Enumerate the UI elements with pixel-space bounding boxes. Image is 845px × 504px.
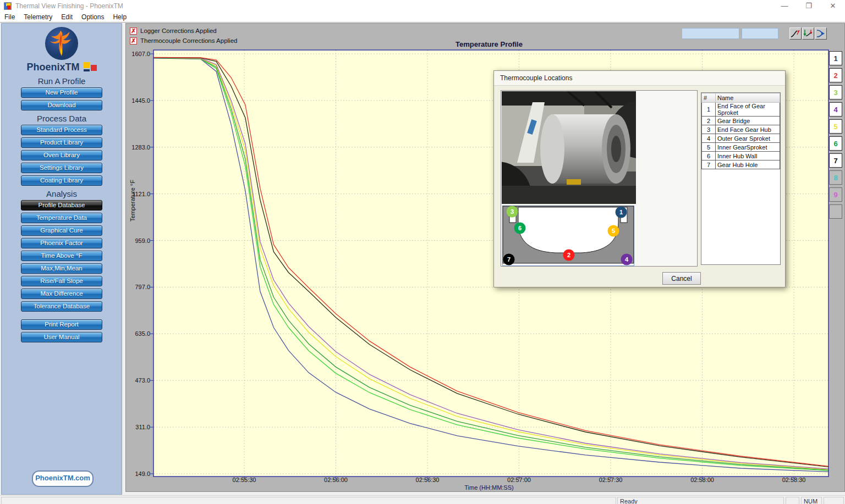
status-pane-scrl: [824, 497, 844, 504]
menu-item-options[interactable]: Options: [77, 13, 108, 21]
status-bar: Ready NUM: [0, 495, 845, 504]
peak-up-tool-button[interactable]: [789, 27, 802, 40]
phoenixtm-logo: [2, 26, 122, 63]
menu-item-telemetry[interactable]: Telemetry: [19, 13, 57, 21]
diagram-marker-4: 4: [621, 254, 633, 265]
y-tick-label: 473.0: [127, 377, 150, 384]
thermocouple-table: # Name 1End Face of Gear Sproket2Gear Br…: [701, 92, 781, 265]
channel-button-2[interactable]: 2: [829, 68, 842, 82]
channel-button-7[interactable]: 7: [829, 153, 842, 168]
sidebar-button-phoenix-factor[interactable]: Phoenix Factor: [21, 238, 102, 248]
sidebar-button-product-library[interactable]: Product Library: [21, 137, 102, 148]
x-axis-labels: 02:55:3002:56:0002:56:3002:57:0002:57:30…: [153, 477, 828, 484]
minimize-icon[interactable]: —: [772, 0, 797, 12]
sidebar-button-oven-library[interactable]: Oven Library: [21, 150, 102, 160]
thermocouple-diagram: 3165274: [502, 206, 634, 266]
sidebar-button-time-above-f[interactable]: Time Above °F: [21, 251, 102, 261]
brand-text: PhoenixTM: [26, 62, 79, 73]
sidebar-button-new-profile[interactable]: New Profile: [21, 87, 102, 98]
channel-button-3[interactable]: 3: [829, 85, 842, 99]
channel-legend-column: 123456789: [829, 51, 843, 221]
thermocouple-row-1[interactable]: 1End Face of Gear Sproket: [702, 103, 780, 117]
sidebar-button-temperature-data[interactable]: Temperature Data: [21, 213, 102, 223]
sidebar-button-print-report[interactable]: Print Report: [21, 319, 102, 330]
sidebar-button-tolerance-database[interactable]: Tolerance Database: [21, 301, 102, 312]
close-icon[interactable]: ✕: [821, 0, 845, 12]
x-tick-label: 02:58:00: [683, 477, 722, 483]
curve-right-tool-button[interactable]: [815, 27, 827, 40]
diagram-marker-2: 2: [563, 250, 575, 261]
x-tick-label: 02:56:00: [317, 477, 355, 483]
thermocouple-number: 1: [702, 103, 716, 117]
y-tick-label: 1445.0: [127, 97, 150, 104]
sidebar-button-graphical-cure[interactable]: Graphical Cure: [21, 225, 102, 236]
sidebar-button-rise-fall-slope[interactable]: Rise/Fall Slope: [21, 276, 102, 286]
channel-button-1[interactable]: 1: [829, 51, 842, 65]
status-num: NUM: [801, 497, 822, 504]
channel-button-4[interactable]: 4: [829, 102, 842, 117]
sidebar-button-download[interactable]: Download: [21, 100, 102, 110]
window-title: Thermal View Finishing - PhoenixTM: [15, 2, 123, 10]
brand-mark-icon: [83, 62, 97, 73]
channel-button-8[interactable]: 8: [829, 170, 842, 185]
curve-right-icon: [815, 28, 826, 39]
sidebar-button-standard-process[interactable]: Standard Process: [21, 125, 102, 135]
checkbox-checked-icon[interactable]: ✗: [130, 37, 137, 45]
menu-item-help[interactable]: Help: [108, 13, 131, 21]
status-pane-main: [1, 497, 616, 504]
thermocouple-row-6[interactable]: 6Inner Hub Wall: [702, 152, 780, 160]
restore-icon[interactable]: ❐: [797, 0, 821, 12]
channel-button-blank[interactable]: [829, 204, 842, 219]
svg-text:4: 4: [625, 256, 629, 263]
channel-button-6[interactable]: 6: [829, 136, 842, 151]
x-tick-label: 02:57:30: [591, 477, 630, 483]
channel-button-5[interactable]: 5: [829, 119, 842, 134]
sidebar-button-max-difference[interactable]: Max Difference: [21, 289, 102, 299]
cancel-button[interactable]: Cancel: [662, 272, 701, 285]
sidebar-button-coating-library[interactable]: Coating Library: [21, 175, 102, 186]
checkbox-row-logger-corrections-applied[interactable]: ✗Logger Corrections Applied: [130, 27, 217, 35]
channel-button-9[interactable]: 9: [829, 187, 842, 202]
menu-item-file[interactable]: File: [0, 13, 19, 21]
thermocouple-row-2[interactable]: 2Gear Bridge: [702, 117, 780, 125]
status-ready: Ready: [617, 497, 784, 504]
checkbox-row-thermocouple-corrections-applied[interactable]: ✗Thermocouple Corrections Applied: [130, 37, 237, 45]
y-tick-label: 959.0: [127, 237, 150, 244]
checkbox-checked-icon[interactable]: ✗: [130, 27, 137, 35]
thermocouple-number: 7: [702, 160, 716, 169]
sidebar-button-profile-database[interactable]: Profile Database: [21, 200, 102, 211]
sidebar-button-settings-library[interactable]: Settings Library: [21, 163, 102, 173]
thermocouple-locations-dialog: Thermocouple Locations: [493, 70, 786, 287]
y-tick-label: 1283.0: [127, 144, 150, 151]
y-axis-labels: 1607.01445.01283.01121.0959.0797.0635.04…: [127, 50, 152, 477]
app-icon: [4, 2, 12, 10]
x-axis-title: Time (HH:MM:SS): [434, 484, 544, 491]
thermocouple-row-3[interactable]: 3End Face Gear Hub: [702, 125, 780, 134]
x-tick-label: 02:55:30: [225, 477, 264, 483]
thermocouple-photo: [502, 91, 636, 204]
y-tick-label: 635.0: [127, 330, 150, 337]
sidebar-button-max-min-mean[interactable]: Max,Min,Mean: [21, 263, 102, 274]
application-window: { "window": { "title": "Thermal View Fin…: [0, 0, 845, 504]
phoenixtm-website-button[interactable]: PhoenixTM.com: [32, 470, 94, 487]
dip-down-tool-button[interactable]: [802, 27, 814, 40]
peak-up-icon: [790, 28, 801, 39]
diagram-marker-6: 6: [514, 223, 526, 234]
table-header-number: #: [702, 93, 716, 103]
toolbar-field-1[interactable]: [682, 28, 739, 39]
sidebar-button-user-manual[interactable]: User Manual: [21, 332, 102, 342]
thermocouple-number: 4: [702, 134, 716, 143]
diagram-marker-5: 5: [608, 225, 619, 237]
diagram-marker-3: 3: [507, 206, 518, 218]
thermocouple-row-7[interactable]: 7Gear Hub Hole: [702, 160, 780, 169]
svg-text:3: 3: [511, 208, 514, 215]
thermocouple-row-4[interactable]: 4Outer Gear Sproket: [702, 134, 780, 143]
toolbar-field-2[interactable]: [742, 28, 778, 39]
section-heading-analysis: Analysis: [2, 189, 122, 198]
svg-text:7: 7: [507, 256, 511, 263]
menu-item-edit[interactable]: Edit: [57, 13, 77, 21]
x-tick-label: 02:57:00: [500, 477, 539, 483]
thermocouple-row-5[interactable]: 5Inner GearSproket: [702, 143, 780, 152]
section-heading-process-data: Process Data: [2, 114, 122, 123]
sidebar: PhoenixTM Run A ProfileNew ProfileDownlo…: [1, 23, 122, 495]
